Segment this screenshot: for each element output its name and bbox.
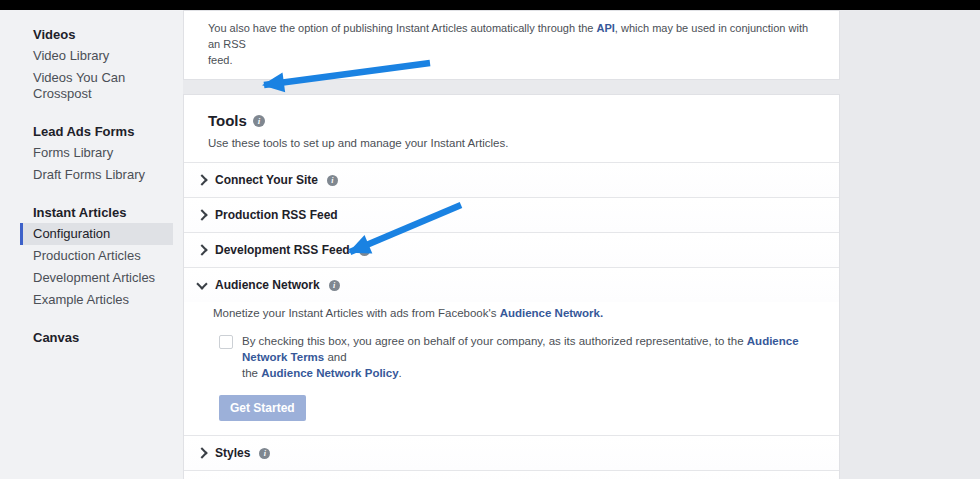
accordion-development-rss-feed[interactable]: Development RSS Feed i [184, 232, 839, 267]
tools-subtitle: Use these tools to set up and manage you… [208, 137, 815, 149]
sidebar-item-production-articles[interactable]: Production Articles [20, 245, 173, 267]
sidebar-item-development-articles[interactable]: Development Articles [20, 267, 173, 289]
sidebar-section-lead-ads-forms: Lead Ads Forms [20, 121, 183, 142]
chevron-right-icon [196, 447, 207, 458]
audience-network-link[interactable]: Audience Network. [500, 307, 604, 319]
tools-title: Tools i [208, 112, 815, 129]
api-link[interactable]: API [597, 22, 615, 34]
sidebar-item-draft-forms-library[interactable]: Draft Forms Library [20, 164, 173, 186]
accordion-production-rss-feed[interactable]: Production RSS Feed [184, 197, 839, 232]
info-icon[interactable]: i [327, 175, 338, 186]
accordion-label: Development RSS Feed [215, 243, 350, 257]
agree-text-the: the [242, 367, 261, 379]
audience-network-description: Monetize your Instant Articles with ads … [213, 306, 815, 321]
info-icon[interactable]: i [359, 245, 370, 256]
accordion-label: Production RSS Feed [215, 208, 338, 222]
agree-checkbox-row: By checking this box, you agree on behal… [219, 333, 815, 381]
agree-text-and: and [324, 351, 346, 363]
sidebar-item-forms-library[interactable]: Forms Library [20, 142, 173, 164]
note-text-line2: feed. [208, 54, 232, 66]
video-letterbox-bar [0, 0, 980, 10]
info-icon[interactable]: i [259, 448, 270, 459]
accordion-audience-network[interactable]: Audience Network i [184, 267, 839, 302]
settings-sidebar: Videos Video Library Videos You Can Cros… [0, 10, 183, 479]
agree-checkbox[interactable] [219, 335, 233, 349]
publishing-note-card: You also have the option of publishing I… [183, 10, 840, 80]
audience-network-body: Monetize your Instant Articles with ads … [184, 306, 839, 435]
agree-checkbox-label: By checking this box, you agree on behal… [242, 333, 815, 381]
sidebar-section-canvas: Canvas [20, 327, 183, 348]
note-text: You also have the option of publishing I… [208, 22, 597, 34]
chevron-right-icon [196, 209, 207, 220]
sidebar-section-videos: Videos [20, 24, 183, 45]
configuration-content: You also have the option of publishing I… [183, 10, 840, 479]
info-icon[interactable]: i [329, 280, 340, 291]
sidebar-item-example-articles[interactable]: Example Articles [20, 289, 173, 311]
get-started-button[interactable]: Get Started [219, 395, 306, 421]
sidebar-item-videos-you-can-crosspost[interactable]: Videos You Can Crosspost [20, 67, 173, 105]
chevron-right-icon [196, 174, 207, 185]
info-icon[interactable]: i [253, 115, 265, 127]
tools-header: Tools i Use these tools to set up and ma… [184, 95, 839, 162]
tools-card: Tools i Use these tools to set up and ma… [183, 94, 840, 479]
agree-text-period: . [399, 367, 402, 379]
accordion-label: Styles [215, 446, 250, 460]
agree-text: By checking this box, you agree on behal… [242, 335, 747, 347]
sidebar-section-instant-articles: Instant Articles [20, 202, 183, 223]
sidebar-item-configuration[interactable]: Configuration [20, 223, 173, 245]
sidebar-item-video-library[interactable]: Video Library [20, 45, 173, 67]
accordion-feedback-settings[interactable]: Feedback Settings i [184, 470, 839, 479]
accordion-connect-your-site[interactable]: Connect Your Site i [184, 162, 839, 197]
chevron-down-icon [196, 278, 207, 289]
audience-network-section: Audience Network i Monetize your Instant… [184, 267, 839, 435]
description-text: Monetize your Instant Articles with ads … [213, 307, 500, 319]
tools-title-text: Tools [208, 112, 247, 129]
chevron-right-icon [196, 244, 207, 255]
accordion-styles[interactable]: Styles i [184, 435, 839, 470]
audience-network-policy-link[interactable]: Audience Network Policy [261, 367, 398, 379]
accordion-label: Audience Network [215, 278, 320, 292]
accordion-label: Connect Your Site [215, 173, 318, 187]
